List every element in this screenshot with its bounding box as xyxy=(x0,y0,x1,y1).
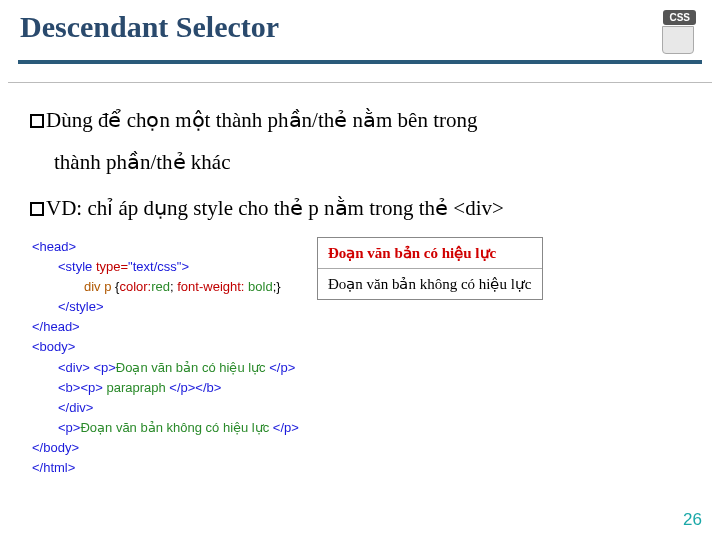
page-title: Descendant Selector xyxy=(20,10,279,44)
slide-header: Descendant Selector CSS xyxy=(0,0,720,60)
code-example: <head> <style type="text/css"> div p {co… xyxy=(30,237,299,479)
divider-thick xyxy=(18,60,702,64)
output-line-1: Đoạn văn bản có hiệu lực xyxy=(318,238,542,268)
output-line-2: Đoạn văn bản không có hiệu lực xyxy=(318,268,542,299)
bullet-box-icon xyxy=(30,202,44,216)
bullet-1-cont: thành phần/thẻ khác xyxy=(54,143,690,183)
bullet-box-icon xyxy=(30,114,44,128)
slide-content: Dùng để chọn một thành phần/thẻ nằm bên … xyxy=(0,83,720,478)
code-output-row: <head> <style type="text/css"> div p {co… xyxy=(30,237,690,479)
rendered-output: Đoạn văn bản có hiệu lực Đoạn văn bản kh… xyxy=(317,237,543,300)
page-number: 26 xyxy=(683,510,702,530)
css-icon: CSS xyxy=(652,10,700,54)
bullet-1: Dùng để chọn một thành phần/thẻ nằm bên … xyxy=(30,101,690,141)
bullet-2: VD: chỉ áp dụng style cho thẻ p nằm tron… xyxy=(30,189,690,229)
